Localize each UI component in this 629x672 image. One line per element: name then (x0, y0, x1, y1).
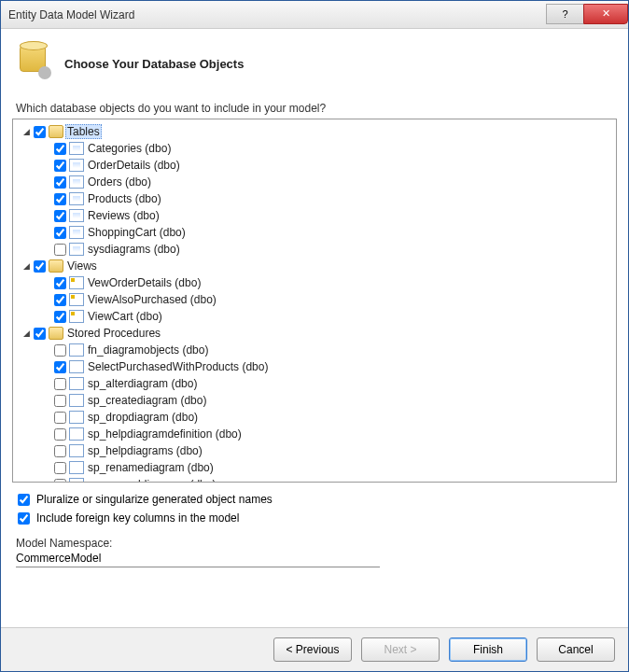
tree-item[interactable]: VewOrderDetails (dbo) (15, 274, 614, 291)
item-checkbox[interactable] (54, 227, 66, 239)
tree-item[interactable]: sp_alterdiagram (dbo) (15, 375, 614, 392)
item-checkbox[interactable] (54, 445, 66, 457)
item-checkbox[interactable] (54, 294, 66, 306)
titlebar: Entity Data Model Wizard ? ✕ (1, 1, 628, 29)
item-icon (69, 310, 84, 323)
next-button[interactable]: Next > (361, 637, 440, 662)
group-checkbox[interactable] (34, 328, 46, 340)
item-label: sp_alterdiagram (dbo) (86, 377, 199, 390)
prompt-text: Which database objects do you want to in… (16, 102, 613, 115)
item-checkbox[interactable] (54, 311, 66, 323)
group-checkbox[interactable] (34, 260, 46, 273)
item-label: SelectPurchasedWithProducts (dbo) (86, 360, 270, 373)
tree-item[interactable]: Reviews (dbo) (15, 207, 614, 224)
item-checkbox[interactable] (54, 277, 66, 289)
item-label: fn_diagramobjects (dbo) (86, 343, 210, 357)
item-icon (69, 175, 84, 189)
item-checkbox[interactable] (54, 244, 66, 256)
tree-item[interactable]: sp_renamediagram (dbo) (15, 459, 614, 476)
item-label: Orders (dbo) (86, 175, 153, 189)
help-button[interactable]: ? (546, 4, 583, 24)
previous-button[interactable]: < Previous (273, 637, 352, 662)
tree-item[interactable]: sp_dropdiagram (dbo) (15, 409, 614, 426)
pluralize-checkbox[interactable] (18, 494, 30, 506)
item-checkbox[interactable] (54, 462, 66, 474)
item-label: ViewCart (dbo) (86, 310, 164, 323)
item-icon (69, 461, 84, 474)
expander-icon[interactable]: ◢ (21, 260, 32, 272)
tree-item[interactable]: Products (dbo) (15, 190, 614, 207)
item-checkbox[interactable] (54, 193, 66, 205)
tree-item[interactable]: sp_helpdiagramdefinition (dbo) (15, 426, 614, 442)
object-tree[interactable]: ◢TablesCategories (dbo)OrderDetails (dbo… (12, 119, 617, 483)
tree-item[interactable]: sp_helpdiagrams (dbo) (15, 442, 614, 459)
item-checkbox[interactable] (54, 361, 66, 373)
tree-item[interactable]: Orders (dbo) (15, 174, 614, 190)
item-icon (69, 343, 84, 357)
close-button[interactable]: ✕ (583, 4, 628, 24)
item-icon (69, 394, 84, 407)
item-icon (69, 159, 84, 172)
item-icon (69, 444, 84, 457)
item-label: sysdiagrams (dbo) (86, 243, 182, 256)
expander-icon[interactable]: ◢ (21, 126, 32, 137)
item-icon (69, 226, 84, 239)
tree-item[interactable]: fn_diagramobjects (dbo) (15, 342, 614, 358)
item-label: sp_helpdiagramdefinition (dbo) (86, 427, 244, 441)
tree-group[interactable]: ◢Stored Procedures (15, 325, 614, 342)
tree-item[interactable]: sp_creatediagram (dbo) (15, 392, 614, 409)
foreign-keys-label: Include foreign key columns in the model (36, 511, 239, 525)
item-icon (69, 427, 84, 441)
foreign-keys-checkbox[interactable] (18, 512, 30, 525)
cancel-button[interactable]: Cancel (537, 637, 615, 662)
item-checkbox[interactable] (54, 344, 66, 357)
item-label: sp_creatediagram (dbo) (86, 394, 208, 407)
item-label: Products (dbo) (86, 192, 163, 205)
item-icon (69, 411, 84, 424)
tree-item[interactable]: ShoppingCart (dbo) (15, 224, 614, 241)
item-icon (69, 293, 84, 306)
window-title: Entity Data Model Wizard (8, 8, 546, 21)
item-icon (69, 209, 84, 222)
content-area: Choose Your Database Objects Which datab… (1, 29, 628, 627)
tree-item[interactable]: sp_upgraddiagrams (dbo) (15, 476, 614, 483)
tree-item[interactable]: Categories (dbo) (15, 140, 614, 157)
expander-icon[interactable]: ◢ (21, 328, 32, 339)
item-label: Reviews (dbo) (86, 209, 161, 222)
footer: < Previous Next > Finish Cancel (1, 627, 628, 671)
tree-group[interactable]: ◢Views (15, 258, 614, 274)
namespace-label: Model Namespace: (16, 537, 613, 550)
item-checkbox[interactable] (54, 378, 66, 390)
option-pluralize[interactable]: Pluralize or singularize generated objec… (16, 490, 613, 509)
item-checkbox[interactable] (54, 143, 66, 155)
group-label: Tables (65, 124, 102, 139)
item-checkbox[interactable] (54, 395, 66, 407)
item-checkbox[interactable] (54, 160, 66, 172)
item-checkbox[interactable] (54, 210, 66, 222)
folder-icon (49, 327, 63, 340)
tree-item[interactable]: ViewCart (dbo) (15, 308, 614, 325)
tree-item[interactable]: ViewAlsoPurchased (dbo) (15, 291, 614, 308)
finish-button[interactable]: Finish (449, 637, 527, 662)
item-checkbox[interactable] (54, 428, 66, 441)
tree-item[interactable]: OrderDetails (dbo) (15, 157, 614, 174)
item-checkbox[interactable] (54, 176, 66, 189)
item-icon (69, 192, 84, 205)
folder-icon (49, 259, 63, 273)
option-foreign-keys[interactable]: Include foreign key columns in the model (16, 509, 613, 527)
item-checkbox[interactable] (54, 412, 66, 424)
item-label: Categories (dbo) (86, 142, 173, 155)
item-icon (69, 142, 84, 155)
page-heading: Choose Your Database Objects (64, 42, 244, 71)
tree-item[interactable]: sysdiagrams (dbo) (15, 241, 614, 258)
wizard-header: Choose Your Database Objects (12, 38, 617, 94)
tree-group[interactable]: ◢Tables (15, 123, 614, 140)
namespace-input[interactable] (16, 550, 380, 567)
item-label: sp_helpdiagrams (dbo) (86, 444, 204, 457)
item-label: ViewAlsoPurchased (dbo) (86, 293, 218, 306)
item-label: OrderDetails (dbo) (86, 159, 182, 172)
group-checkbox[interactable] (34, 126, 46, 138)
tree-item[interactable]: SelectPurchasedWithProducts (dbo) (15, 358, 614, 375)
item-icon (69, 360, 84, 373)
item-label: sp_dropdiagram (dbo) (86, 411, 200, 424)
